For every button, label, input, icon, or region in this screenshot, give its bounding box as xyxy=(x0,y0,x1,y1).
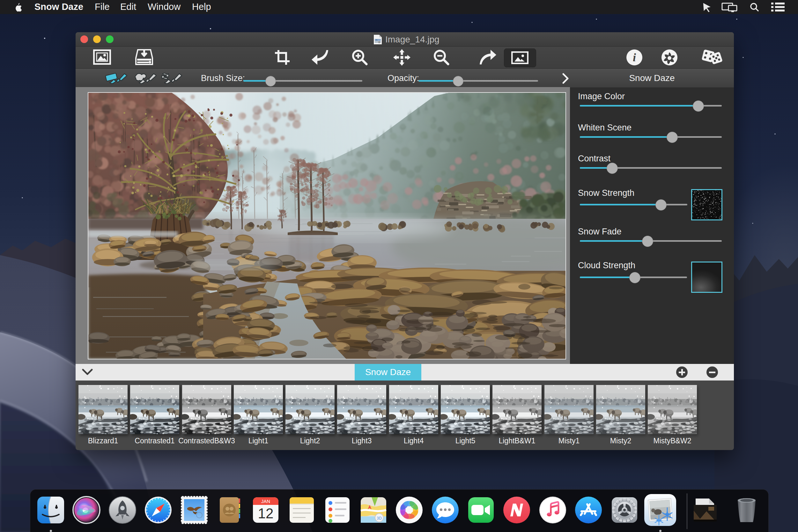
svg-text:3D: 3D xyxy=(377,516,382,520)
svg-text:12: 12 xyxy=(258,506,274,521)
svg-text:i: i xyxy=(633,51,636,64)
svg-text:JAN: JAN xyxy=(261,498,270,504)
